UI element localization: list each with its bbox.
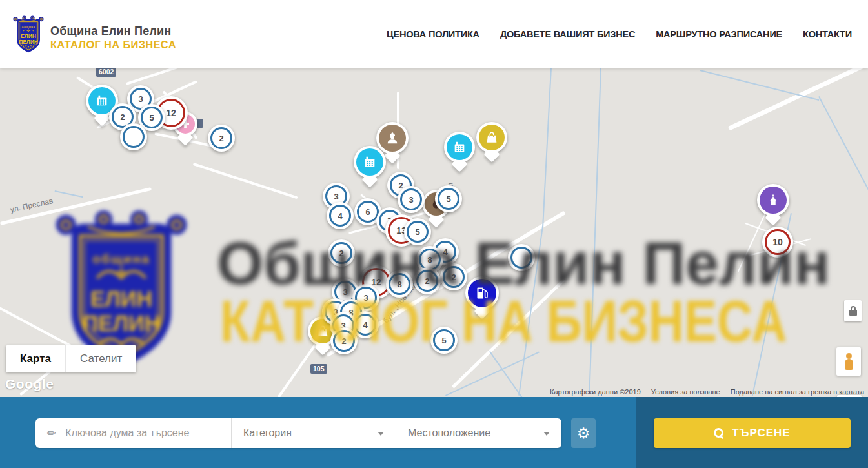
gear-icon: ⚙	[577, 426, 590, 441]
factory-map-pin[interactable]	[354, 146, 386, 178]
cluster-marker[interactable]: 2	[208, 125, 235, 152]
road-badge: 6002	[96, 68, 116, 77]
site-subtitle: КАТАЛОГ НА БИЗНЕСА	[50, 39, 176, 51]
municipality-logo[interactable]: община ЕЛИН ПЕЛИН	[13, 15, 44, 54]
nav-item-pricing[interactable]: ЦЕНОВА ПОЛИТИКА	[387, 29, 479, 39]
map-type-control: Карта Сателит	[6, 345, 136, 372]
search-icon	[714, 428, 724, 438]
svg-text:ЕЛИН: ЕЛИН	[90, 287, 152, 311]
map-boundary-line	[700, 70, 820, 101]
church-map-pin[interactable]	[757, 184, 789, 216]
municipality-shield-icon: община ЕЛИН ПЕЛИН	[13, 15, 44, 54]
search-fields-group: ✏ Категория Местоположение	[35, 418, 561, 448]
svg-text:община: община	[22, 25, 35, 29]
keyword-input[interactable]	[64, 427, 215, 440]
svg-text:ПЕЛИН: ПЕЛИН	[19, 39, 38, 45]
search-bar-section: ✏ Категория Местоположение ⚙ ТЪРСЕНЕ	[0, 397, 868, 468]
attribution-link[interactable]: Условия за ползване	[651, 388, 720, 396]
site-title: Община Елин Пелин	[50, 25, 171, 38]
cluster-count: 6	[357, 201, 379, 223]
category-select[interactable]: Категория	[232, 418, 396, 448]
map-road	[193, 163, 298, 199]
bag-map-pin[interactable]	[476, 122, 507, 153]
google-map[interactable]: ул. Преславбул. „Новоселция6002105 31225…	[0, 68, 868, 397]
location-select-value: Местоположение	[408, 427, 490, 439]
church-icon	[760, 187, 787, 214]
watermark-title: Община Елин Пелин	[217, 229, 830, 298]
keyword-field[interactable]: ✏	[35, 418, 232, 448]
business-catalog-page: ул. Преславбул. „Новоселция6002105 31225…	[0, 0, 868, 468]
chevron-down-icon	[543, 432, 550, 436]
svg-text:община: община	[92, 251, 150, 266]
google-logo[interactable]: Google	[5, 376, 54, 392]
category-select-value: Категория	[243, 427, 292, 439]
cluster-marker[interactable]: 5	[435, 185, 462, 212]
nav-item-route-schedule[interactable]: МАРШРУТНО РАЗПИСАНИЕ	[656, 29, 782, 39]
map-boundary-line	[55, 190, 83, 198]
lock-button[interactable]	[844, 300, 862, 321]
advanced-search-button[interactable]: ⚙	[571, 418, 596, 448]
watermark-subtitle: КАТАЛОГ НА БИЗНЕСА	[220, 289, 787, 355]
pencil-icon: ✏	[47, 427, 56, 440]
map-boundary-line	[445, 351, 540, 396]
cluster-count: 5	[438, 188, 459, 210]
map-boundary-line	[818, 96, 868, 205]
cluster-marker[interactable]: 3	[398, 186, 425, 213]
bag-icon	[479, 125, 505, 150]
cluster-count	[123, 126, 145, 148]
lock-icon	[849, 310, 857, 316]
cluster-count: 5	[141, 107, 163, 128]
satellite-view-button[interactable]: Сателит	[65, 345, 136, 372]
nav-item-add-business[interactable]: ДОБАВЕТЕ ВАШИЯТ БИЗНЕС	[500, 29, 635, 39]
search-button[interactable]: ТЪРСЕНЕ	[654, 418, 851, 448]
factory-icon	[447, 134, 472, 160]
nav-item-contacts[interactable]: КОНТАКТИ	[803, 29, 852, 39]
cluster-marker[interactable]: 4	[327, 202, 354, 229]
cluster-count: 4	[329, 205, 351, 227]
main-nav: ЦЕНОВА ПОЛИТИКАДОБАВЕТЕ ВАШИЯТ БИЗНЕСМАР…	[387, 0, 852, 68]
search-button-label: ТЪРСЕНЕ	[732, 427, 790, 440]
map-boundary-line	[542, 68, 552, 229]
map-view-button[interactable]: Карта	[6, 345, 65, 372]
road-badge: 105	[310, 364, 327, 374]
factory-icon	[356, 148, 383, 176]
factory-map-pin[interactable]	[444, 132, 475, 163]
cluster-count: 3	[400, 188, 422, 210]
map-road	[126, 68, 200, 85]
chevron-down-icon	[378, 432, 384, 436]
map-road	[728, 68, 868, 130]
svg-text:ПЕЛИН: ПЕЛИН	[82, 311, 160, 336]
street-view-pegman-button[interactable]	[836, 347, 861, 376]
location-select[interactable]: Местоположение	[396, 418, 561, 448]
cluster-count: 2	[210, 127, 232, 149]
cluster-marker[interactable]	[120, 123, 147, 150]
site-header: община ЕЛИН ПЕЛИН Община Елин Пелин КАТА…	[0, 0, 868, 68]
map-copyright: Картографски данни ©2019	[550, 388, 641, 396]
pegman-icon	[843, 353, 854, 370]
map-attribution: Картографски данни ©2019 Условия за полз…	[550, 388, 864, 396]
